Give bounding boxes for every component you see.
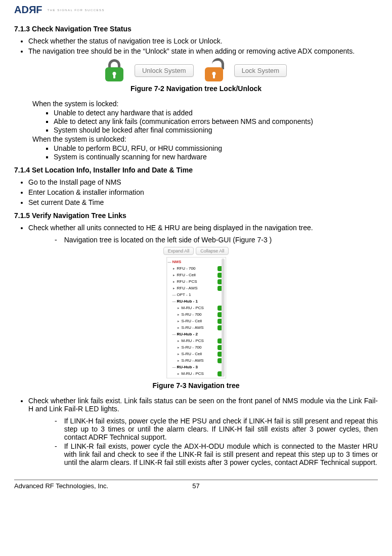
tree-toggle-icon[interactable]: ▸: [177, 346, 181, 350]
tree-toggle-icon[interactable]: ▸: [177, 326, 181, 330]
status-dot-icon: [217, 338, 223, 344]
heading-714: 7.1.4 Set Location Info, Installer Info …: [14, 166, 378, 174]
tree-node[interactable]: ▸S-RU - AWS: [168, 324, 224, 331]
dash-item: - If LINK-H fail exists, power cycle the…: [55, 417, 378, 441]
tree-node[interactable]: ▸S-RU - 700: [168, 311, 224, 318]
page-footer: Advanced RF Technologies, Inc. 57: [14, 480, 378, 490]
tree-toggle-icon[interactable]: ▸: [177, 339, 181, 343]
tree-node-label: M-RU - PCS: [182, 306, 216, 310]
tree-toggle-icon[interactable]: —: [172, 300, 176, 303]
dash-item: - If LINK-R fail exists, power cycle the…: [55, 442, 378, 466]
tree-toggle-icon[interactable]: ▸: [177, 372, 181, 376]
tree-node[interactable]: ▸S-RU - Cell: [168, 318, 224, 324]
tree-node-label: RU-Hub - 3: [177, 365, 224, 369]
tree-node[interactable]: ▸RFU - 700: [168, 265, 224, 272]
tree-node-label: S-RU - 700: [182, 312, 216, 317]
locked-intro: When the system is locked:: [32, 100, 378, 108]
tree-node-label: OPT - 1: [177, 292, 224, 297]
lock-closed-icon: [105, 59, 123, 81]
locked-item: Able to detect any link fails (communica…: [54, 117, 378, 125]
lock-open-icon: [205, 59, 223, 81]
tree-node[interactable]: ▸RFU - PCS: [168, 278, 224, 285]
tree-toggle-icon[interactable]: ▸: [172, 273, 176, 277]
unlock-system-button[interactable]: Unlock System: [135, 64, 194, 77]
status-dot-icon: [217, 266, 223, 271]
tree-node-label: S-RU - AWS: [182, 325, 216, 330]
bullet-text: Go to the Install page of NMS: [28, 178, 378, 186]
tree-toggle-icon[interactable]: —: [172, 332, 176, 336]
tree-node[interactable]: ▸M-RU - PCS: [168, 370, 224, 377]
status-dot-icon: [217, 312, 223, 317]
dash-icon: -: [55, 417, 57, 441]
tree-toggle-icon[interactable]: ▸: [172, 286, 176, 290]
bullet-text: The navigation tree should be in the “Un…: [28, 47, 378, 55]
dash-icon: -: [55, 236, 57, 244]
tree-node-label: M-RU - PCS: [182, 338, 216, 343]
figure-7-2: Unlock System Lock System: [14, 59, 378, 81]
status-dot-icon: [217, 358, 223, 363]
bullet-text: Set current Date & Time: [28, 198, 378, 206]
logo-text: ADRF: [14, 4, 42, 16]
locked-item: Unable to detect any hardware that is ad…: [54, 109, 378, 117]
status-dot-icon: [217, 273, 223, 278]
status-dot-icon: [217, 286, 223, 291]
tree-node[interactable]: ▸S-RU - 700: [168, 344, 224, 351]
unlocked-item: System is continually scanning for new h…: [54, 153, 378, 161]
tree-node-label: M-RU - PCS: [182, 371, 216, 376]
tree-node[interactable]: ▸S-RU - AWS: [168, 357, 224, 364]
tree-toggle-icon[interactable]: ▸: [177, 306, 181, 310]
tree-node[interactable]: ▸M-RU - PCS: [168, 337, 224, 344]
bullet-text: Check whether the status of navigation t…: [28, 37, 378, 45]
bullet-text: Check whether all units connected to HE …: [28, 224, 378, 232]
tree-node[interactable]: ▸RFU - Cell: [168, 272, 224, 278]
tree-node[interactable]: —RU-Hub - 2: [168, 331, 224, 337]
collapse-all-button[interactable]: Collapse All: [196, 247, 229, 255]
bullet-text: Enter Location & installer information: [28, 188, 378, 196]
tree-root[interactable]: — NMS: [168, 259, 224, 265]
tree-node-label: S-RU - AWS: [182, 358, 216, 363]
dash-item: - Navigation tree is located on the left…: [55, 236, 378, 244]
tree-node-label: S-RU - Cell: [182, 319, 216, 323]
tree-toggle-icon[interactable]: ▸: [177, 319, 181, 323]
status-dot-icon: [217, 352, 223, 357]
tree-node-label: S-RU - Cell: [182, 352, 216, 356]
logo-tagline: THE SIGNAL FOR SUCCESS: [48, 9, 105, 12]
bullet-text: Check whether link fails exist. Link fai…: [28, 397, 378, 413]
status-dot-icon: [217, 325, 223, 330]
heading-713: 7.1.3 Check Navigation Tree Status: [14, 25, 378, 33]
tree-node-label: RFU - 700: [177, 266, 216, 271]
tree-node-label: RFU - AWS: [177, 286, 216, 290]
tree-toggle-icon[interactable]: —: [172, 365, 176, 369]
tree-node-label: RFU - Cell: [177, 273, 216, 277]
status-dot-icon: [217, 319, 223, 324]
tree-node-label: RU-Hub - 1: [177, 299, 224, 304]
logo: ADRF THE SIGNAL FOR SUCCESS: [14, 4, 378, 16]
tree-toggle-icon[interactable]: ▸: [177, 359, 181, 363]
tree-node-label: RFU - PCS: [177, 279, 216, 284]
figure-7-3-caption: Figure 7-3 Navigation tree: [14, 381, 378, 390]
tree-toggle-icon[interactable]: —: [172, 293, 176, 296]
unlocked-item: Unable to perform BCU, RFU, or HRU commi…: [54, 144, 378, 152]
unlocked-intro: When the system is unlocked:: [32, 135, 378, 143]
status-dot-icon: [217, 371, 223, 376]
tree-node[interactable]: —RU-Hub - 3: [168, 364, 224, 370]
tree-node[interactable]: —OPT - 1: [168, 291, 224, 298]
figure-7-2-caption: Figure 7-2 Navigation tree Lock/Unlock: [14, 84, 378, 93]
tree-toggle-icon[interactable]: ▸: [177, 313, 181, 317]
figure-7-3: Expand All Collapse All — NMS ▸RFU - 700…: [14, 247, 378, 378]
locked-item: System should be locked after final comm…: [54, 126, 378, 134]
tree-toggle-icon[interactable]: ▸: [172, 267, 176, 271]
tree-toggle-icon[interactable]: ▸: [172, 280, 176, 284]
status-dot-icon: [217, 279, 223, 284]
tree-node[interactable]: ▸M-RU - PCS: [168, 305, 224, 311]
lock-system-button[interactable]: Lock System: [234, 64, 287, 77]
navigation-tree[interactable]: — NMS ▸RFU - 700▸RFU - Cell▸RFU - PCS▸RF…: [166, 257, 226, 378]
dash-icon: -: [55, 442, 57, 466]
tree-node[interactable]: —RU-Hub - 1: [168, 298, 224, 305]
tree-node[interactable]: ▸S-RU - Cell: [168, 351, 224, 357]
expand-all-button[interactable]: Expand All: [163, 247, 194, 255]
footer-company: Advanced RF Technologies, Inc.: [14, 482, 181, 490]
tree-toggle-icon[interactable]: ▸: [177, 352, 181, 356]
tree-node[interactable]: ▸RFU - AWS: [168, 285, 224, 291]
heading-715: 7.1.5 Verify Navigation Tree Links: [14, 211, 378, 220]
